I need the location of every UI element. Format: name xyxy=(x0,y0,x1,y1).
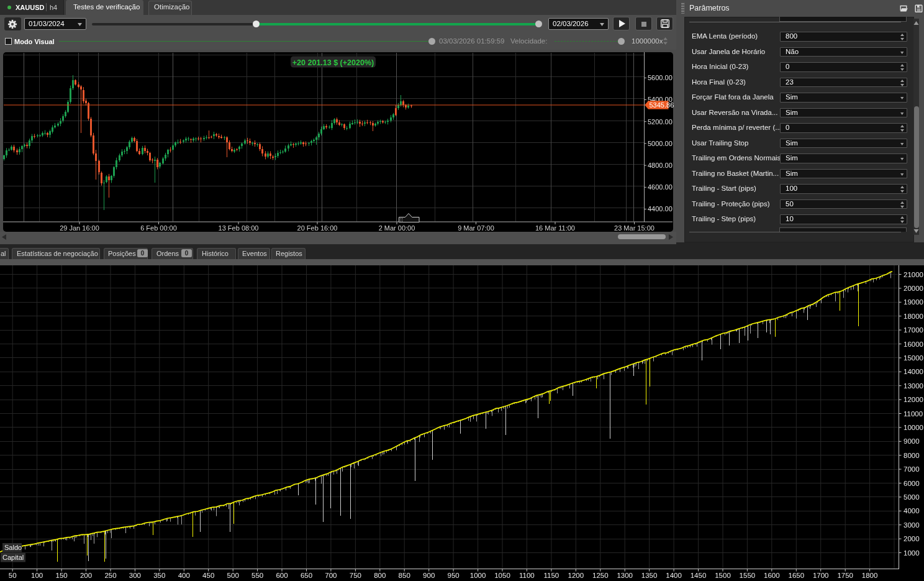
svg-text:16000: 16000 xyxy=(904,341,923,348)
svg-text:6000: 6000 xyxy=(904,480,920,487)
svg-text:1050: 1050 xyxy=(494,572,510,579)
svg-text:600: 600 xyxy=(276,572,288,579)
svg-text:200: 200 xyxy=(80,572,92,579)
svg-text:2000: 2000 xyxy=(904,535,920,542)
svg-text:9000: 9000 xyxy=(904,437,920,445)
svg-text:13 Feb 08:00: 13 Feb 08:00 xyxy=(219,224,259,232)
svg-text:4800.00: 4800.00 xyxy=(648,162,673,169)
svg-text:900: 900 xyxy=(423,572,435,579)
svg-text:7000: 7000 xyxy=(904,465,920,473)
svg-text:18000: 18000 xyxy=(904,313,923,320)
svg-text:21000: 21000 xyxy=(904,271,923,278)
svg-text:4000: 4000 xyxy=(904,507,920,515)
svg-text:20 Feb 16:00: 20 Feb 16:00 xyxy=(297,224,338,232)
svg-text:4400.00: 4400.00 xyxy=(648,205,673,213)
svg-text:9 Mar 07:00: 9 Mar 07:00 xyxy=(458,224,494,232)
svg-text:1300: 1300 xyxy=(617,572,633,579)
svg-text:550: 550 xyxy=(251,572,263,579)
svg-text:23 Mar 15:00: 23 Mar 15:00 xyxy=(614,224,654,232)
svg-text:1000: 1000 xyxy=(470,572,486,579)
svg-text:5000.00: 5000.00 xyxy=(648,140,673,147)
svg-text:13000: 13000 xyxy=(904,382,923,390)
svg-text:1550: 1550 xyxy=(740,572,756,579)
svg-text:650: 650 xyxy=(301,572,312,579)
svg-text:16 Mar 11:00: 16 Mar 11:00 xyxy=(535,224,575,232)
svg-text:15000: 15000 xyxy=(904,354,923,362)
svg-text:950: 950 xyxy=(448,572,460,579)
svg-text:1750: 1750 xyxy=(837,572,853,579)
svg-text:Saldo: Saldo xyxy=(4,544,22,551)
svg-text:800: 800 xyxy=(374,572,386,579)
svg-text:50: 50 xyxy=(9,572,17,579)
svg-text:12000: 12000 xyxy=(904,396,923,403)
svg-text:1150: 1150 xyxy=(544,572,559,579)
svg-text:2 Mar 00:00: 2 Mar 00:00 xyxy=(379,224,415,232)
svg-text:5600.00: 5600.00 xyxy=(648,74,673,81)
svg-text:300: 300 xyxy=(129,572,141,579)
svg-text:1100: 1100 xyxy=(519,572,535,579)
svg-text:1350: 1350 xyxy=(641,572,658,579)
svg-text:+20 201.13 $ (+2020%): +20 201.13 $ (+2020%) xyxy=(292,58,374,67)
svg-text:1000: 1000 xyxy=(904,549,920,557)
svg-text:6 Feb 00:00: 6 Feb 00:00 xyxy=(140,224,177,232)
svg-text:4600.00: 4600.00 xyxy=(648,183,673,191)
svg-text:1600: 1600 xyxy=(764,572,780,579)
svg-text:29 Jan 16:00: 29 Jan 16:00 xyxy=(60,224,99,232)
svg-text:5000: 5000 xyxy=(904,493,920,501)
svg-text:500: 500 xyxy=(227,572,239,579)
svg-text:1700: 1700 xyxy=(813,572,829,579)
svg-text:850: 850 xyxy=(399,572,410,579)
svg-text:700: 700 xyxy=(325,572,337,579)
svg-text:1400: 1400 xyxy=(666,572,682,579)
svg-text:5345.86: 5345.86 xyxy=(650,101,674,109)
svg-text:400: 400 xyxy=(178,572,190,579)
svg-text:350: 350 xyxy=(153,572,165,579)
svg-text:1500: 1500 xyxy=(715,572,731,579)
svg-text:8000: 8000 xyxy=(904,452,920,459)
svg-text:20000: 20000 xyxy=(904,285,923,292)
svg-text:19000: 19000 xyxy=(904,298,923,306)
svg-text:150: 150 xyxy=(56,572,68,579)
svg-text:450: 450 xyxy=(202,572,214,579)
svg-text:750: 750 xyxy=(350,572,361,579)
svg-text:1650: 1650 xyxy=(789,572,805,579)
svg-text:11000: 11000 xyxy=(904,410,923,418)
svg-text:5200.00: 5200.00 xyxy=(648,118,673,126)
svg-text:Capital: Capital xyxy=(2,554,24,561)
svg-text:1250: 1250 xyxy=(592,572,609,579)
svg-text:10000: 10000 xyxy=(904,424,923,431)
svg-text:17000: 17000 xyxy=(904,326,923,334)
svg-text:250: 250 xyxy=(104,572,116,579)
svg-text:1450: 1450 xyxy=(691,572,707,579)
svg-text:3000: 3000 xyxy=(904,521,920,529)
svg-text:100: 100 xyxy=(31,572,43,579)
svg-text:14000: 14000 xyxy=(904,368,923,375)
svg-text:1200: 1200 xyxy=(568,572,584,579)
svg-text:1800: 1800 xyxy=(862,572,878,579)
